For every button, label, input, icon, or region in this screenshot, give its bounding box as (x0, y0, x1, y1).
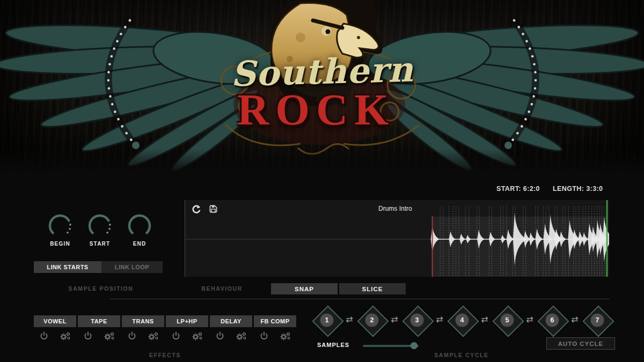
reload-icon[interactable] (192, 204, 201, 214)
begin-knob[interactable] (46, 212, 74, 239)
sample-slot-2[interactable]: 2 (361, 309, 383, 331)
slot-number: 3 (410, 313, 424, 327)
slot-number: 2 (365, 313, 379, 327)
start-marker-handle[interactable] (431, 216, 434, 277)
effect-button-delay[interactable]: DELAY (210, 315, 252, 327)
effect-button-lphp[interactable]: LP+HP (166, 315, 208, 327)
gear-icon[interactable] (236, 331, 246, 341)
slot-number: 4 (455, 313, 469, 327)
effect-button-trans[interactable]: TRANS (122, 315, 164, 327)
effects-label: EFFECTS (34, 352, 296, 358)
swap-icon[interactable]: ⇄ (479, 314, 490, 324)
sample-slot-3[interactable]: 3 (406, 309, 428, 331)
waveform-display[interactable]: Drums Intro (185, 200, 609, 277)
swap-icon[interactable]: ⇄ (389, 314, 400, 324)
end-knob-label: END (133, 241, 147, 247)
power-icon[interactable] (172, 331, 180, 341)
snap-button[interactable]: SNAP (271, 283, 338, 294)
start-knob[interactable] (86, 212, 114, 239)
sample-slot-5[interactable]: 5 (496, 309, 518, 331)
length-readout: LENGTH: 3:3:0 (553, 185, 603, 193)
swap-icon[interactable]: ⇄ (569, 314, 580, 324)
slot-number: 1 (320, 313, 334, 327)
auto-cycle-button[interactable]: AUTO CYCLE (546, 337, 615, 350)
start-knob-label: START (90, 241, 111, 247)
samples-label: SAMPLES (317, 342, 349, 348)
sample-position-label: SAMPLE POSITION (34, 285, 168, 292)
slot-number: 6 (545, 313, 559, 327)
logo-bottom-fade (0, 149, 644, 178)
slice-button[interactable]: SLICE (339, 283, 406, 294)
gear-icon[interactable] (60, 331, 70, 341)
slot-number: 5 (500, 313, 514, 327)
sample-name: Drums Intro (378, 205, 412, 212)
begin-knob-label: BEGIN (50, 241, 70, 247)
gear-icon[interactable] (148, 331, 158, 341)
power-icon[interactable] (216, 331, 224, 341)
sample-slot-6[interactable]: 6 (541, 309, 564, 331)
effect-button-vowel[interactable]: VOWEL (34, 315, 76, 327)
save-icon[interactable] (209, 204, 218, 213)
sample-slot-4[interactable]: 4 (451, 309, 473, 331)
section-divider (110, 299, 609, 299)
sample-cycle-label: SAMPLE CYCLE (376, 352, 547, 358)
end-marker-handle[interactable] (606, 200, 608, 277)
link-loop-button[interactable]: LINK LOOP (101, 261, 163, 273)
effects-buttons: VOWEL TAPE TRANS LP+HP DELAY FB COMP (34, 315, 296, 327)
logo-title-rock: ROCK (0, 85, 638, 135)
sample-slot-7[interactable]: 7 (586, 309, 609, 331)
power-icon[interactable] (128, 331, 136, 341)
gear-icon[interactable] (280, 331, 290, 341)
gear-icon[interactable] (104, 331, 114, 341)
sample-slot-1[interactable]: 1 (316, 309, 338, 331)
start-readout: START: 6:2:0 (496, 185, 540, 193)
swap-icon[interactable]: ⇄ (434, 314, 445, 324)
sample-position-knobs: BEGIN START END (40, 212, 159, 247)
samples-slider-thumb[interactable] (411, 342, 418, 349)
swap-icon[interactable]: ⇄ (524, 314, 535, 324)
link-starts-button[interactable]: LINK STARTS (34, 261, 101, 273)
logo-header: Southern ROCK (0, 0, 644, 178)
end-knob[interactable] (126, 212, 153, 239)
gear-icon[interactable] (192, 331, 202, 341)
effect-button-tape[interactable]: TAPE (78, 315, 120, 327)
swap-icon[interactable]: ⇄ (344, 314, 355, 324)
southern-rock-instrument-ui: Southern ROCK START: 6:2:0 LENGTH: 3:3:0… (0, 0, 644, 362)
behaviour-label: BEHAVIOUR (182, 285, 243, 292)
power-icon[interactable] (84, 331, 92, 341)
power-icon[interactable] (40, 331, 48, 341)
slot-number: 7 (590, 313, 604, 327)
effect-button-fbcomp[interactable]: FB COMP (254, 315, 296, 327)
effects-icon-row (34, 331, 296, 341)
power-icon[interactable] (260, 331, 268, 341)
